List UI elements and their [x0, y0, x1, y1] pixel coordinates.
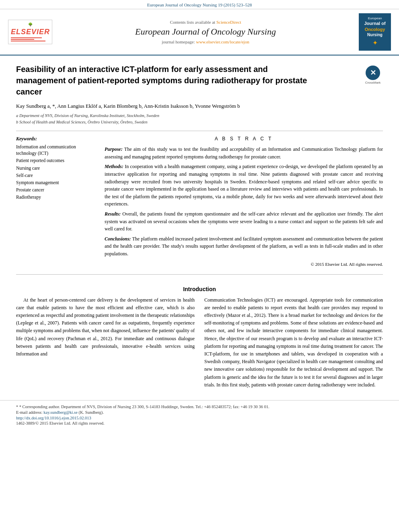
footer-issn: 1462-3889/© 2015 Elsevier Ltd. All right…	[16, 421, 383, 425]
introduction-title: Introduction	[16, 286, 383, 292]
body-col-left: At the heart of person-centered care del…	[16, 296, 195, 392]
journal-homepage: journal homepage: www.elsevier.com/locat…	[60, 39, 351, 44]
journal-logo-box: European Journal of Oncology Nursing ✦	[359, 13, 391, 51]
keyword-2: Patient reported outcomes	[16, 157, 97, 164]
keyword-5: Symptom management	[16, 179, 97, 186]
journal-reference-bar: European Journal of Oncology Nursing 19 …	[0, 0, 399, 9]
divider-2	[16, 274, 383, 275]
keyword-3: Nursing care	[16, 165, 97, 171]
journal-logo-right: European Journal of Oncology Nursing ✦	[359, 13, 391, 51]
footer-corresponding: * * Corresponding author. Department of …	[16, 405, 383, 409]
article-content: Feasibility of an interactive ICT-platfo…	[0, 55, 399, 400]
crossmark-icon: ✕	[366, 66, 380, 80]
body-col-right: Communication Technologies (ICT) are enc…	[204, 296, 383, 392]
authors-text: Kay Sundberg a, *, Ann Langius Eklöf a, …	[16, 103, 240, 109]
affiliations: a Department of NVS, Division of Nursing…	[16, 113, 383, 125]
intro-para-2: Communication Technologies (ICT) are enc…	[204, 296, 383, 389]
affiliation-a: a Department of NVS, Division of Nursing…	[16, 113, 383, 119]
article-title: Feasibility of an interactive ICT-platfo…	[16, 64, 317, 97]
abstract-section: Keywords: Information and communication …	[16, 136, 383, 267]
keyword-4: Self-care	[16, 172, 97, 179]
abstract-header: A B S T R A C T	[105, 136, 383, 142]
footer-email-link[interactable]: kay.sundberg@ki.se	[43, 410, 78, 415]
abstract-results: Results: Overall, the patients found the…	[105, 210, 383, 233]
divider-1	[16, 131, 383, 131]
doi-link[interactable]: http://dx.doi.org/10.1016/j.ejon.2015.02…	[16, 416, 91, 420]
keywords-title: Keywords:	[16, 136, 97, 142]
abstract-methods: Methods: In cooperation with a health ma…	[105, 163, 383, 208]
abstract-column: A B S T R A C T Purpose: The aim of this…	[105, 136, 383, 267]
keyword-6: Prostate cancer	[16, 187, 97, 193]
logo-star-icon: ✦	[361, 39, 389, 47]
keyword-7: Radiotherapy	[16, 194, 97, 200]
footnote-star-icon: *	[16, 405, 18, 409]
footer-doi: http://dx.doi.org/10.1016/j.ejon.2015.02…	[16, 416, 383, 420]
abstract-text: Purpose: The aim of this study was to te…	[105, 146, 383, 267]
journal-reference-text: European Journal of Oncology Nursing 19 …	[147, 2, 252, 7]
sciencedirect-link: Contents lists available at ScienceDirec…	[60, 20, 351, 25]
authors: Kay Sundberg a, *, Ann Langius Eklöf a, …	[16, 103, 383, 109]
title-row: Feasibility of an interactive ICT-platfo…	[16, 64, 383, 103]
intro-para-1: At the heart of person-centered care del…	[16, 296, 195, 358]
journal-title: European Journal of Oncology Nursing	[60, 26, 351, 38]
crossmark: ✕ CrossMark	[363, 64, 383, 84]
journal-header: 🌳 ELSEVIER Contents lists available at S…	[0, 9, 399, 55]
journal-url[interactable]: www.elsevier.com/locate/ejon	[196, 39, 249, 44]
sciencedirect-anchor[interactable]: ScienceDirect	[216, 20, 241, 25]
article-footer: * * Corresponding author. Department of …	[0, 400, 399, 428]
two-col-body: At the heart of person-centered care del…	[16, 296, 383, 392]
elsevier-wordmark: ELSEVIER	[11, 28, 49, 36]
abstract-copyright: © 2015 Elsevier Ltd. All rights reserved…	[105, 261, 383, 268]
abstract-conclusions: Conclusions: The platform enabled increa…	[105, 235, 383, 258]
keywords-column: Keywords: Information and communication …	[16, 136, 97, 267]
footer-email: E-mail address: kay.sundberg@ki.se (K. S…	[16, 410, 383, 415]
crossmark-label: CrossMark	[363, 81, 383, 84]
affiliation-b: b School of Health and Medical Sciences,…	[16, 119, 383, 125]
journal-center: Contents lists available at ScienceDirec…	[52, 20, 359, 45]
keyword-1: Information and communication technology…	[16, 144, 97, 156]
abstract-purpose: Purpose: The aim of this study was to te…	[105, 146, 383, 160]
body-section: Introduction At the heart of person-cent…	[16, 279, 383, 392]
elsevier-logo: 🌳 ELSEVIER	[8, 20, 52, 44]
